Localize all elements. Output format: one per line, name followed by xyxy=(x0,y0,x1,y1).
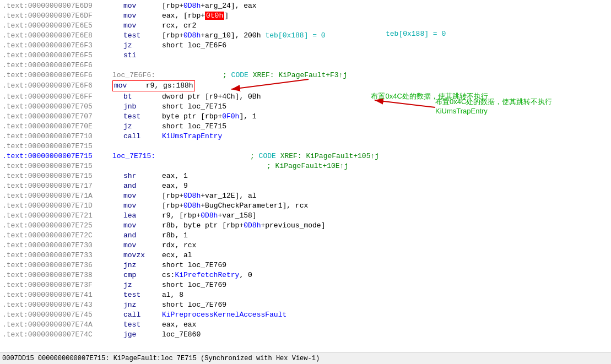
operand: rdx, rcx xyxy=(162,241,196,251)
operand: [rbp+0D8h+BugCheckParameter1], rcx xyxy=(162,201,308,211)
address: .text:00000000007E721 xyxy=(2,211,112,221)
code-xref: ; CODE XREF: KiPageFault+F3↑j xyxy=(223,70,347,80)
loc-label: loc_7E6F6: xyxy=(112,70,167,80)
mnemonic: and xyxy=(123,181,162,191)
mnemonic: mov xyxy=(123,221,162,231)
highlight-op: 0t0h xyxy=(205,12,224,20)
mnemonic: jge xyxy=(123,330,162,340)
operand: cs:KiPrefetchRetry, 0 xyxy=(162,270,252,280)
code-line: .text:00000000007E6F6 xyxy=(2,61,609,70)
code-line: .text:00000000007E721 lea r9, [rbp+0D8h+… xyxy=(2,211,609,221)
code-line: .text:00000000007E74C jge loc_7E860 xyxy=(2,330,609,340)
chinese-annotation-float-1: 布置0x4C处的数据，使其跳转不执行 xyxy=(435,97,552,107)
operand: short loc_7E6F6 xyxy=(162,41,226,51)
code-line: .text:00000000007E71A mov [rbp+0D8h+var_… xyxy=(2,191,609,201)
mnemonic: mov xyxy=(123,201,162,211)
operand: [rbp+0D8h+arg_24], eax xyxy=(162,1,257,11)
address: .text:00000000007E6F5 xyxy=(2,51,112,61)
mnemonic: shr xyxy=(123,171,162,181)
mnemonic: jnz xyxy=(123,300,162,310)
address: .text:00000000007E74C xyxy=(2,330,112,340)
address: .text:00000000007E6E5 xyxy=(2,21,112,31)
boxed-instruction: mov r9, gs:188h xyxy=(112,80,195,91)
address: .text:00000000007E733 xyxy=(2,251,112,260)
operand: [rbp+0D8h+arg_10], 200h xyxy=(162,31,261,41)
code-line: .text:00000000007E74A test eax, eax xyxy=(2,320,609,330)
operand: al, 8 xyxy=(162,290,183,300)
code-line: .text:00000000007E736 jnz short loc_7E76… xyxy=(2,260,609,270)
teb-annotation-float: teb[0x188] = 0 xyxy=(386,30,446,38)
address: .text:00000000007E738 xyxy=(2,270,112,280)
address: .text:00000000007E6D9 xyxy=(2,1,112,11)
address: .text:00000000007E6FF xyxy=(2,92,112,102)
mnemonic: test xyxy=(123,290,162,300)
code-line-xref3: .text:00000000007E715 ; KiPageFault+10E↑… xyxy=(2,161,609,171)
address: .text:00000000007E725 xyxy=(2,221,112,231)
mnemonic: mov xyxy=(123,11,162,21)
operand: r9, [rbp+0D8h+var_158] xyxy=(162,211,257,221)
loc-label-blue: loc_7E715: xyxy=(112,151,167,161)
mnemonic: test xyxy=(123,31,162,41)
address: .text:00000000007E730 xyxy=(2,241,112,251)
chinese-annotation-float-2: KiUmsTrapEntry xyxy=(435,107,488,115)
code-line: .text:00000000007E73F jz short loc_7E769 xyxy=(2,280,609,290)
address-blue: .text:00000000007E715 xyxy=(2,151,112,161)
code-line: .text:00000000007E6F5 sti xyxy=(2,51,609,61)
code-line: .text:00000000007E741 test al, 8 xyxy=(2,290,609,300)
address: .text:00000000007E6F3 xyxy=(2,41,112,51)
code-line: .text:00000000007E730 mov rdx, rcx xyxy=(2,241,609,251)
code-line-xref: .text:00000000007E6F6 loc_7E6F6: ; CODE … xyxy=(2,70,609,80)
address: .text:00000000007E736 xyxy=(2,260,112,270)
address: .text:00000000007E707 xyxy=(2,112,112,122)
operand: KiPreprocessKernelAccessFault xyxy=(162,310,286,320)
address: .text:00000000007E715 xyxy=(2,161,112,171)
mnemonic: mov xyxy=(123,21,162,31)
mnemonic: and xyxy=(123,231,162,241)
operand: short loc_7E715 xyxy=(162,102,226,112)
code-line: .text:00000000007E707 test byte ptr [rbp… xyxy=(2,112,609,122)
address: .text:00000000007E70E xyxy=(2,122,112,132)
address: .text:00000000007E710 xyxy=(2,132,112,142)
code-xref2: ; CODE XREF: KiPageFault+105↑j xyxy=(250,151,379,161)
status-text: 0007DD15 0000000000007E715: KiPageFault:… xyxy=(2,355,320,362)
mnemonic: mov xyxy=(123,1,162,11)
operand: byte ptr [rbp+0F0h], 1 xyxy=(162,112,257,122)
code-line: .text:00000000007E725 mov r8b, byte ptr … xyxy=(2,221,609,231)
mnemonic: call xyxy=(123,310,162,320)
code-line-xref2: .text:00000000007E715 loc_7E715: ; CODE … xyxy=(2,151,609,161)
operand: r8b, byte ptr [rbp+0D8h+previous_mode] xyxy=(162,221,325,231)
status-bar: 0007DD15 0000000000007E715: KiPageFault:… xyxy=(0,352,611,364)
mnemonic: sti xyxy=(123,51,162,61)
address: .text:00000000007E74A xyxy=(2,320,112,330)
code-area[interactable]: .text:00000000007E6D9 mov [rbp+0D8h+arg_… xyxy=(0,0,611,352)
mnemonic: jnb xyxy=(123,102,162,112)
address: .text:00000000007E6F6 xyxy=(2,61,112,70)
address: .text:00000000007E717 xyxy=(2,181,112,191)
operand: short loc_7E769 xyxy=(162,300,226,310)
address: .text:00000000007E745 xyxy=(2,310,112,320)
code-line: .text:00000000007E717 and eax, 9 xyxy=(2,181,609,191)
code-line: .text:00000000007E745 call KiPreprocessK… xyxy=(2,310,609,320)
operand: rcx, cr2 xyxy=(162,21,196,31)
address: .text:00000000007E715 xyxy=(2,171,112,181)
address: .text:00000000007E6E8 xyxy=(2,31,112,41)
mnemonic: cmp xyxy=(123,270,162,280)
address: .text:00000000007E71D xyxy=(2,201,112,211)
mnemonic: bt xyxy=(123,92,162,102)
code-line: .text:00000000007E72C and r8b, 1 xyxy=(2,231,609,241)
operand: eax, [rbp+0t0h] xyxy=(162,11,229,21)
operand: dword ptr [r9+4Ch], 0Bh xyxy=(162,92,261,102)
code-line: .text:00000000007E710 call KiUmsTrapEntr… xyxy=(2,132,609,142)
operand: loc_7E860 xyxy=(162,330,201,340)
mnemonic: jz xyxy=(123,41,162,51)
operand: [rbp+0D8h+var_12E], al xyxy=(162,191,257,201)
code-line: .text:00000000007E6E8 test [rbp+0D8h+arg… xyxy=(2,31,609,41)
address: .text:00000000007E705 xyxy=(2,102,112,112)
mnemonic: jz xyxy=(123,280,162,290)
mnemonic: movzx xyxy=(123,251,162,260)
address: .text:00000000007E71A xyxy=(2,191,112,201)
operand: eax, 1 xyxy=(162,171,188,181)
operand: short loc_7E715 xyxy=(162,122,226,132)
mnemonic: mov xyxy=(123,191,162,201)
operand: short loc_7E769 xyxy=(162,280,226,290)
